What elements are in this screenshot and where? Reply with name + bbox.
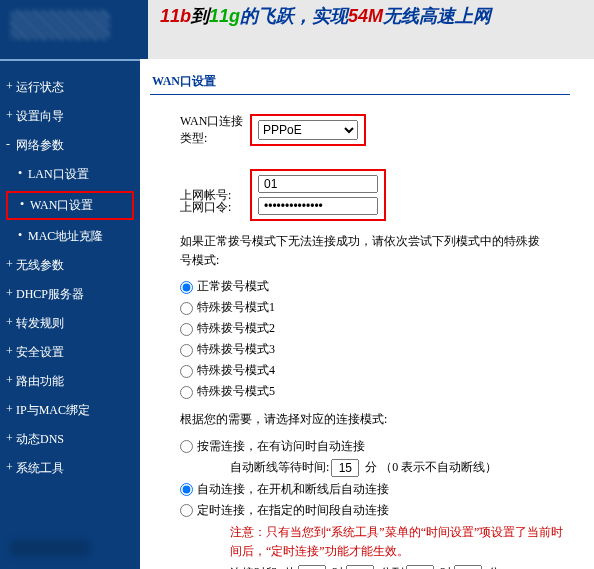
timed-caution: 注意：只有当您到“系统工具”菜单的“时间设置”项设置了当前时间后，“定时连接”功… <box>230 523 570 561</box>
dial-mode-group: 正常拨号模式 特殊拨号模式1 特殊拨号模式2 特殊拨号模式3 特殊拨号模式4 特… <box>180 278 594 400</box>
password-label: 上网口令: <box>150 199 250 216</box>
credentials-highlight <box>250 169 386 221</box>
conn-mode-group: 按需连接，在有访问时自动连接 自动断线等待时间: 分 （0 表示不自动断线） 自… <box>180 438 594 569</box>
conn-auto[interactable]: 自动连接，在开机和断线后自动连接 <box>180 481 594 498</box>
top-banner: 11b到11g的飞跃，实现54M无线高速上网 <box>0 0 594 59</box>
sidebar-nav: 运行状态 设置向导 网络参数 LAN口设置 WAN口设置 MAC地址克隆 无线参… <box>0 59 140 569</box>
banner-fy: 的飞跃，实现 <box>240 6 348 26</box>
nav-mac-clone[interactable]: MAC地址克隆 <box>6 222 134 251</box>
conn-timed-radio[interactable] <box>180 504 193 517</box>
nav-wan[interactable]: WAN口设置 <box>6 191 134 220</box>
nav-routing[interactable]: 路由功能 <box>6 367 134 396</box>
conn-demand-radio[interactable] <box>180 440 193 453</box>
panel-title: WAN口设置 <box>150 69 570 95</box>
dial-sp3[interactable]: 特殊拨号模式3 <box>180 341 594 358</box>
conn-type-select[interactable]: PPPoE <box>258 120 358 140</box>
nav-system[interactable]: 系统工具 <box>6 454 134 483</box>
banner-subtitle <box>160 34 163 46</box>
main-panel: WAN口设置 WAN口连接类型: PPPoE 上网帐号: 上网口令: 如果正常拨… <box>140 59 594 569</box>
dial-normal-radio[interactable] <box>180 281 193 294</box>
footer-blur <box>10 540 90 556</box>
nav-wireless[interactable]: 无线参数 <box>6 251 134 280</box>
timed-to-hour[interactable] <box>406 565 434 569</box>
banner-11b: 11b <box>160 6 191 26</box>
username-input[interactable] <box>258 175 378 193</box>
dial-sp1[interactable]: 特殊拨号模式1 <box>180 299 594 316</box>
demand-wait-row: 自动断线等待时间: 分 （0 表示不自动断线） <box>230 459 594 477</box>
dial-sp4-radio[interactable] <box>180 365 193 378</box>
nav-wizard[interactable]: 设置向导 <box>6 102 134 131</box>
password-input[interactable] <box>258 197 378 215</box>
timed-to-min[interactable] <box>454 565 482 569</box>
conn-type-label: WAN口连接类型: <box>150 113 250 147</box>
banner-rest: 无线高速上网 <box>383 6 491 26</box>
dial-normal[interactable]: 正常拨号模式 <box>180 278 594 295</box>
nav-ipmac[interactable]: IP与MAC绑定 <box>6 396 134 425</box>
nav-forward[interactable]: 转发规则 <box>6 309 134 338</box>
banner-to: 到 <box>191 6 209 26</box>
dial-sp2[interactable]: 特殊拨号模式2 <box>180 320 594 337</box>
dial-sp2-radio[interactable] <box>180 323 193 336</box>
dial-sp5[interactable]: 特殊拨号模式5 <box>180 383 594 400</box>
timed-from-min[interactable] <box>346 565 374 569</box>
conn-type-highlight: PPPoE <box>250 114 366 146</box>
conn-auto-radio[interactable] <box>180 483 193 496</box>
timed-from-hour[interactable] <box>298 565 326 569</box>
dial-sp5-radio[interactable] <box>180 386 193 399</box>
conn-demand[interactable]: 按需连接，在有访问时自动连接 <box>180 438 594 455</box>
brand-logo <box>0 0 148 59</box>
nav-lan[interactable]: LAN口设置 <box>6 160 134 189</box>
dial-sp1-radio[interactable] <box>180 302 193 315</box>
timed-range-row: 连接时段: 从 时 分到 时 分 <box>230 565 594 569</box>
banner-11g: 11g <box>209 6 240 26</box>
conn-timed[interactable]: 定时连接，在指定的时间段自动连接 <box>180 502 594 519</box>
nav-network[interactable]: 网络参数 <box>6 131 134 160</box>
nav-status[interactable]: 运行状态 <box>6 73 134 102</box>
banner-headline: 11b到11g的飞跃，实现54M无线高速上网 <box>160 4 491 28</box>
dial-mode-note: 如果正常拨号模式下无法连接成功，请依次尝试下列模式中的特殊拨号模式: <box>180 232 540 270</box>
dial-sp3-radio[interactable] <box>180 344 193 357</box>
banner-54m: 54M <box>348 6 383 26</box>
nav-dhcp[interactable]: DHCP服务器 <box>6 280 134 309</box>
nav-ddns[interactable]: 动态DNS <box>6 425 134 454</box>
dial-sp4[interactable]: 特殊拨号模式4 <box>180 362 594 379</box>
nav-security[interactable]: 安全设置 <box>6 338 134 367</box>
demand-wait-input[interactable] <box>331 459 359 477</box>
conn-mode-note: 根据您的需要，请选择对应的连接模式: <box>180 410 540 429</box>
